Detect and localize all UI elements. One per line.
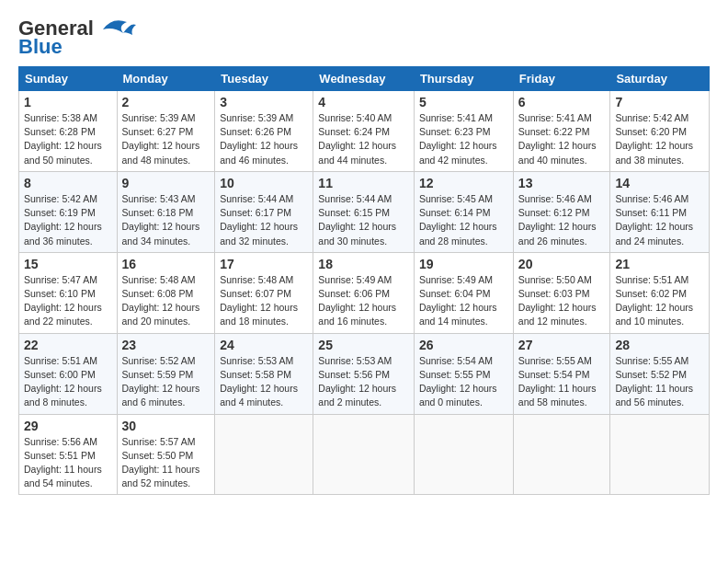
day-number: 5 — [419, 95, 508, 109]
day-info: Sunrise: 5:42 AMSunset: 6:20 PMDaylight:… — [615, 111, 704, 167]
day-info: Sunrise: 5:49 AMSunset: 6:04 PMDaylight:… — [419, 273, 508, 329]
table-row: 14Sunrise: 5:46 AMSunset: 6:11 PMDayligh… — [610, 171, 710, 252]
day-info: Sunrise: 5:56 AMSunset: 5:51 PMDaylight:… — [24, 435, 112, 491]
day-number: 2 — [122, 95, 210, 109]
day-info: Sunrise: 5:40 AMSunset: 6:24 PMDaylight:… — [318, 111, 409, 167]
table-row: 17Sunrise: 5:48 AMSunset: 6:07 PMDayligh… — [215, 252, 313, 333]
day-info: Sunrise: 5:51 AMSunset: 6:00 PMDaylight:… — [24, 354, 112, 410]
table-row: 5Sunrise: 5:41 AMSunset: 6:23 PMDaylight… — [414, 91, 513, 172]
day-number: 25 — [318, 338, 409, 352]
day-info: Sunrise: 5:39 AMSunset: 6:27 PMDaylight:… — [122, 111, 210, 167]
table-row: 10Sunrise: 5:44 AMSunset: 6:17 PMDayligh… — [215, 171, 313, 252]
table-row: 20Sunrise: 5:50 AMSunset: 6:03 PMDayligh… — [513, 252, 610, 333]
col-header-thursday: Thursday — [414, 67, 513, 91]
day-number: 9 — [122, 176, 210, 190]
table-row: 3Sunrise: 5:39 AMSunset: 6:26 PMDaylight… — [215, 91, 313, 172]
day-number: 28 — [615, 338, 704, 352]
page: General Blue SundayMondayTuesdayWednesda… — [0, 0, 728, 504]
calendar-week-row: 8Sunrise: 5:42 AMSunset: 6:19 PMDaylight… — [19, 171, 710, 252]
day-info: Sunrise: 5:48 AMSunset: 6:08 PMDaylight:… — [122, 273, 210, 329]
col-header-saturday: Saturday — [610, 67, 710, 91]
day-number: 7 — [615, 95, 704, 109]
table-row: 30Sunrise: 5:57 AMSunset: 5:50 PMDayligh… — [117, 414, 215, 495]
col-header-sunday: Sunday — [19, 67, 118, 91]
day-number: 1 — [24, 95, 112, 109]
day-info: Sunrise: 5:45 AMSunset: 6:14 PMDaylight:… — [419, 192, 508, 248]
day-number: 3 — [220, 95, 308, 109]
table-row: 22Sunrise: 5:51 AMSunset: 6:00 PMDayligh… — [19, 333, 118, 414]
day-number: 8 — [24, 176, 112, 190]
day-number: 27 — [518, 338, 606, 352]
day-info: Sunrise: 5:49 AMSunset: 6:06 PMDaylight:… — [318, 273, 409, 329]
day-info: Sunrise: 5:47 AMSunset: 6:10 PMDaylight:… — [24, 273, 112, 329]
day-number: 17 — [220, 257, 308, 271]
day-number: 14 — [615, 176, 704, 190]
day-number: 13 — [518, 176, 606, 190]
day-info: Sunrise: 5:39 AMSunset: 6:26 PMDaylight:… — [220, 111, 308, 167]
day-number: 6 — [518, 95, 606, 109]
calendar-week-row: 1Sunrise: 5:38 AMSunset: 6:28 PMDaylight… — [19, 91, 710, 172]
header: General Blue — [18, 15, 710, 59]
table-row — [215, 414, 313, 495]
day-number: 22 — [24, 338, 112, 352]
day-number: 20 — [518, 257, 606, 271]
table-row: 13Sunrise: 5:46 AMSunset: 6:12 PMDayligh… — [513, 171, 610, 252]
calendar-table: SundayMondayTuesdayWednesdayThursdayFrid… — [18, 66, 710, 495]
day-number: 15 — [24, 257, 112, 271]
calendar-week-row: 29Sunrise: 5:56 AMSunset: 5:51 PMDayligh… — [19, 414, 710, 495]
table-row: 21Sunrise: 5:51 AMSunset: 6:02 PMDayligh… — [610, 252, 710, 333]
day-info: Sunrise: 5:42 AMSunset: 6:19 PMDaylight:… — [24, 192, 112, 248]
table-row — [513, 414, 610, 495]
day-info: Sunrise: 5:54 AMSunset: 5:55 PMDaylight:… — [419, 354, 508, 410]
day-number: 26 — [419, 338, 508, 352]
day-number: 21 — [615, 257, 704, 271]
day-number: 18 — [318, 257, 409, 271]
day-number: 30 — [122, 419, 210, 433]
table-row: 4Sunrise: 5:40 AMSunset: 6:24 PMDaylight… — [313, 91, 415, 172]
col-header-tuesday: Tuesday — [215, 67, 313, 91]
col-header-friday: Friday — [513, 67, 610, 91]
logo-bird-icon — [96, 15, 136, 37]
table-row: 28Sunrise: 5:55 AMSunset: 5:52 PMDayligh… — [610, 333, 710, 414]
table-row: 2Sunrise: 5:39 AMSunset: 6:27 PMDaylight… — [117, 91, 215, 172]
day-info: Sunrise: 5:41 AMSunset: 6:23 PMDaylight:… — [419, 111, 508, 167]
day-info: Sunrise: 5:38 AMSunset: 6:28 PMDaylight:… — [24, 111, 112, 167]
table-row: 15Sunrise: 5:47 AMSunset: 6:10 PMDayligh… — [19, 252, 118, 333]
day-info: Sunrise: 5:41 AMSunset: 6:22 PMDaylight:… — [518, 111, 606, 167]
table-row: 19Sunrise: 5:49 AMSunset: 6:04 PMDayligh… — [414, 252, 513, 333]
table-row: 26Sunrise: 5:54 AMSunset: 5:55 PMDayligh… — [414, 333, 513, 414]
logo: General Blue — [18, 15, 136, 59]
col-header-wednesday: Wednesday — [313, 67, 415, 91]
day-info: Sunrise: 5:51 AMSunset: 6:02 PMDaylight:… — [615, 273, 704, 329]
table-row: 27Sunrise: 5:55 AMSunset: 5:54 PMDayligh… — [513, 333, 610, 414]
day-number: 23 — [122, 338, 210, 352]
table-row: 29Sunrise: 5:56 AMSunset: 5:51 PMDayligh… — [19, 414, 118, 495]
calendar-header-row: SundayMondayTuesdayWednesdayThursdayFrid… — [19, 67, 710, 91]
day-info: Sunrise: 5:55 AMSunset: 5:52 PMDaylight:… — [615, 354, 704, 410]
day-info: Sunrise: 5:46 AMSunset: 6:12 PMDaylight:… — [518, 192, 606, 248]
day-info: Sunrise: 5:44 AMSunset: 6:15 PMDaylight:… — [318, 192, 409, 248]
day-info: Sunrise: 5:57 AMSunset: 5:50 PMDaylight:… — [122, 435, 210, 491]
day-number: 12 — [419, 176, 508, 190]
day-number: 16 — [122, 257, 210, 271]
table-row — [414, 414, 513, 495]
day-info: Sunrise: 5:50 AMSunset: 6:03 PMDaylight:… — [518, 273, 606, 329]
table-row: 7Sunrise: 5:42 AMSunset: 6:20 PMDaylight… — [610, 91, 710, 172]
table-row: 24Sunrise: 5:53 AMSunset: 5:58 PMDayligh… — [215, 333, 313, 414]
table-row: 6Sunrise: 5:41 AMSunset: 6:22 PMDaylight… — [513, 91, 610, 172]
day-number: 10 — [220, 176, 308, 190]
day-info: Sunrise: 5:53 AMSunset: 5:58 PMDaylight:… — [220, 354, 308, 410]
table-row — [610, 414, 710, 495]
logo-blue-text: Blue — [18, 35, 63, 59]
day-info: Sunrise: 5:43 AMSunset: 6:18 PMDaylight:… — [122, 192, 210, 248]
day-number: 29 — [24, 419, 112, 433]
calendar-week-row: 15Sunrise: 5:47 AMSunset: 6:10 PMDayligh… — [19, 252, 710, 333]
table-row: 1Sunrise: 5:38 AMSunset: 6:28 PMDaylight… — [19, 91, 118, 172]
day-number: 24 — [220, 338, 308, 352]
table-row: 16Sunrise: 5:48 AMSunset: 6:08 PMDayligh… — [117, 252, 215, 333]
col-header-monday: Monday — [117, 67, 215, 91]
day-number: 4 — [318, 95, 409, 109]
table-row: 8Sunrise: 5:42 AMSunset: 6:19 PMDaylight… — [19, 171, 118, 252]
table-row: 9Sunrise: 5:43 AMSunset: 6:18 PMDaylight… — [117, 171, 215, 252]
table-row — [313, 414, 415, 495]
